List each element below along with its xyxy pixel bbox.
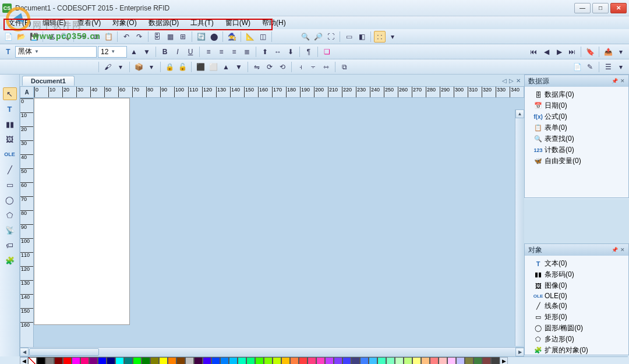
- page-setup-icon[interactable]: 📐: [244, 31, 256, 43]
- color-swatch[interactable]: [142, 357, 150, 364]
- tool-select-icon[interactable]: ↖: [3, 87, 17, 100]
- view1-icon[interactable]: ▭: [343, 31, 355, 43]
- objects-item[interactable]: OLEOLE(0): [526, 291, 627, 301]
- scrollbar-horizontal[interactable]: ◀ ▶: [20, 347, 524, 356]
- doc-edit-icon[interactable]: ✎: [584, 61, 596, 73]
- label-page[interactable]: [34, 98, 130, 325]
- zoom-in-icon[interactable]: 🔍: [299, 31, 311, 43]
- color-swatch[interactable]: [491, 357, 500, 364]
- color-swatch[interactable]: [255, 357, 264, 364]
- group-icon[interactable]: ⧉: [338, 61, 350, 73]
- tool-rect-icon[interactable]: ▭: [3, 178, 17, 191]
- menu-file[interactable]: 文件(F): [3, 17, 36, 29]
- cut-icon[interactable]: ✂: [77, 31, 89, 43]
- snap-icon[interactable]: ⸬: [374, 31, 386, 43]
- valign-bot-icon[interactable]: ⬇: [285, 46, 296, 58]
- nav-prev-icon[interactable]: ◀: [540, 46, 552, 58]
- rot-icon[interactable]: ⟳: [264, 61, 275, 73]
- doc-new-icon[interactable]: 📄: [571, 61, 583, 73]
- objects-item[interactable]: ▮▮条形码(0): [526, 269, 627, 280]
- color-swatch[interactable]: [316, 357, 325, 364]
- color-swatch[interactable]: [281, 357, 290, 364]
- color-swatch[interactable]: [299, 357, 308, 364]
- export-icon[interactable]: 📤: [602, 46, 614, 58]
- hflip-icon[interactable]: ⇋: [251, 61, 263, 73]
- color-swatch[interactable]: [377, 357, 386, 364]
- color-none[interactable]: [28, 357, 37, 364]
- panel-objects-header[interactable]: 对象 📌✕: [525, 244, 628, 256]
- tool-text-icon[interactable]: T: [3, 103, 17, 115]
- italic-icon[interactable]: I: [172, 46, 183, 58]
- color-swatch[interactable]: [159, 357, 168, 364]
- panel-close-icon[interactable]: ✕: [620, 247, 625, 253]
- redo-icon[interactable]: ↷: [133, 31, 145, 43]
- color-swatch[interactable]: [98, 357, 107, 364]
- objects-item[interactable]: T文本(0): [526, 258, 627, 269]
- front-icon[interactable]: ⬛: [195, 61, 206, 73]
- color-swatch[interactable]: [72, 357, 80, 364]
- scroll-up-icon[interactable]: ▲: [515, 109, 524, 118]
- font-size-select[interactable]: 12▼: [98, 46, 127, 58]
- color-swatch[interactable]: [351, 357, 360, 364]
- tool-image-icon[interactable]: 🖼: [3, 133, 17, 146]
- scroll-right-icon[interactable]: ▶: [515, 348, 524, 356]
- tool-polygon-icon[interactable]: ⬠: [3, 208, 17, 221]
- nav-first-icon[interactable]: ⏮: [528, 46, 539, 58]
- zoom-out-icon[interactable]: 🔎: [312, 31, 324, 43]
- panel-datasource-header[interactable]: 数据源 📌✕: [525, 75, 628, 87]
- color-prev-icon[interactable]: ◀: [20, 357, 28, 364]
- color-swatch[interactable]: [308, 357, 316, 364]
- valign-top-icon[interactable]: ⬆: [259, 46, 271, 58]
- datasource-item[interactable]: 🦋自由变量(0): [526, 156, 627, 167]
- snap-drop-icon[interactable]: ▾: [387, 31, 398, 43]
- lock-icon[interactable]: 🔒: [164, 61, 175, 73]
- print-preview-icon[interactable]: 🔍: [59, 31, 70, 43]
- color-swatch[interactable]: [80, 357, 89, 364]
- objects-item[interactable]: ◯圆形/椭圆(0): [526, 323, 627, 334]
- paste-icon[interactable]: 📋: [103, 31, 114, 43]
- size-up-icon[interactable]: ▲: [128, 46, 140, 58]
- menu-tools[interactable]: 工具(T): [186, 17, 218, 29]
- canvas[interactable]: [34, 98, 524, 356]
- wizard-icon[interactable]: 🧙: [226, 31, 238, 43]
- filter-icon[interactable]: 🔖: [584, 46, 596, 58]
- objects-item[interactable]: 🖼图像(0): [526, 280, 627, 291]
- color-swatch[interactable]: [203, 357, 211, 364]
- datasource-item[interactable]: f(x)公式(0): [526, 111, 627, 122]
- tab-next-icon[interactable]: ▷: [509, 77, 514, 84]
- menu-view[interactable]: 查看(V): [73, 17, 105, 29]
- color-swatch[interactable]: [176, 357, 185, 364]
- align-left-icon[interactable]: ≡: [203, 46, 214, 58]
- minimize-button[interactable]: —: [574, 3, 591, 13]
- color-swatch[interactable]: [168, 357, 176, 364]
- menu-datasource[interactable]: 数据源(D): [144, 17, 184, 29]
- ruler-unit[interactable]: A: [20, 86, 34, 98]
- color-swatch[interactable]: [360, 357, 369, 364]
- font-family-select[interactable]: 黑体▼: [15, 46, 97, 58]
- color-swatch[interactable]: [273, 357, 281, 364]
- color-swatch[interactable]: [124, 357, 133, 364]
- color-swatch[interactable]: [412, 357, 421, 364]
- panel-close-icon[interactable]: ✕: [620, 78, 625, 84]
- color-swatch[interactable]: [220, 357, 229, 364]
- disth-icon[interactable]: ⇿: [320, 61, 332, 73]
- alignh-icon[interactable]: ⫞: [295, 61, 306, 73]
- color-swatch[interactable]: [89, 357, 98, 364]
- color-next-icon[interactable]: ▶: [500, 357, 508, 364]
- color-swatch[interactable]: [63, 357, 72, 364]
- back-icon[interactable]: ⬜: [207, 61, 219, 73]
- save-icon[interactable]: 💾: [28, 31, 40, 43]
- color-swatch[interactable]: [439, 357, 447, 364]
- valign-mid-icon[interactable]: ↔: [272, 46, 284, 58]
- nav-next-icon[interactable]: ▶: [553, 46, 565, 58]
- list-drop-icon[interactable]: ▾: [615, 61, 627, 73]
- undo-icon[interactable]: ↶: [121, 31, 132, 43]
- color-swatch[interactable]: [185, 357, 194, 364]
- fwd-icon[interactable]: ▲: [220, 61, 232, 73]
- color-swatch[interactable]: [37, 357, 45, 364]
- tab-document1[interactable]: Document1: [22, 76, 75, 86]
- color-swatch[interactable]: [404, 357, 412, 364]
- tool-ole-icon[interactable]: OLE: [3, 148, 17, 161]
- color-swatch[interactable]: [473, 357, 482, 364]
- maximize-button[interactable]: □: [592, 3, 609, 13]
